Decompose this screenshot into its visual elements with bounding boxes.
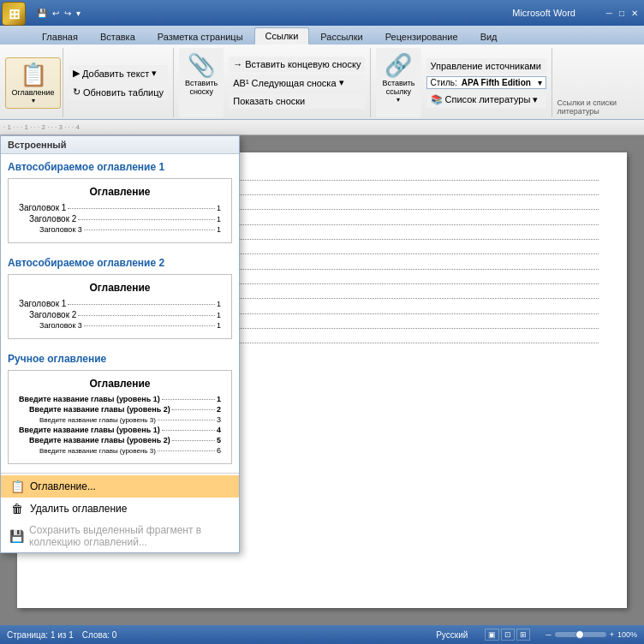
ruler: · 1 · · · 1 · · · 2 · · · 3 · · · 4: [0, 120, 644, 135]
office-button[interactable]: ⊞: [2, 2, 26, 26]
view-buttons: ▣ ⊡ ⊞: [485, 629, 530, 641]
preview2-line3: Заголовок 3 1: [19, 321, 221, 330]
preview2-title: Оглавление: [19, 282, 221, 294]
book-icon: 📚: [431, 94, 443, 105]
tab-view[interactable]: Вид: [469, 28, 509, 45]
menu-item-toc-settings[interactable]: 📋 Оглавление...: [1, 475, 239, 498]
save-toc-icon: 💾: [9, 529, 24, 543]
auto-toc-2-preview: Оглавление Заголовок 1 1 Заголовок 2 1 З…: [8, 274, 232, 339]
zoom-out-icon[interactable]: ─: [546, 630, 551, 639]
bibliography-button[interactable]: 📚 Список литературы ▾: [426, 92, 546, 108]
view-print-button[interactable]: ▣: [485, 629, 499, 641]
dropdown-section-2: Автособираемое оглавление 2 Оглавление З…: [1, 250, 239, 346]
preview3-line1: Введите название главы (уровень 1) 1: [19, 395, 221, 403]
zoom-track[interactable]: [555, 632, 606, 637]
add-text-arrow: ▾: [152, 68, 157, 79]
insert-endnote-button[interactable]: → Вставить концевую сноску: [229, 57, 365, 72]
close-button[interactable]: ✕: [629, 7, 641, 20]
quick-access-save[interactable]: 💾: [34, 7, 50, 20]
next-footnote-button[interactable]: AB¹ Следующая сноска ▾: [229, 75, 365, 91]
endnote-icon: →: [233, 59, 242, 69]
ribbon-group-label: Ссылки и списки литературы: [552, 48, 641, 117]
main-area: 1 Глава 1.1 Параграф 1.2 Параграф 2 Глав…: [0, 135, 644, 625]
quick-access-redo[interactable]: ↪: [62, 7, 74, 20]
manual-toc-preview: Оглавление Введите название главы (урове…: [8, 370, 232, 464]
footnote-icon: 📎: [188, 52, 215, 79]
auto-toc-2-title[interactable]: Автособираемое оглавление 2: [8, 255, 232, 271]
ribbon-group-footnote: 📎 Вставитьсноску → Вставить концевую сно…: [174, 48, 371, 117]
tab-review[interactable]: Рецензирование: [374, 28, 469, 45]
app-window: ⊞ 💾 ↩ ↪ ▾ Microsoft Word ─ □ ✕ Главная В…: [0, 0, 644, 644]
zoom-level: 100%: [617, 630, 637, 639]
preview1-title: Оглавление: [19, 186, 221, 198]
dropdown-section-3: Ручное оглавление Оглавление Введите наз…: [1, 346, 239, 471]
tab-mailings[interactable]: Рассылки: [309, 28, 373, 45]
quick-access-undo[interactable]: ↩: [50, 7, 62, 20]
words-info: Слова: 0: [82, 630, 117, 640]
toc-icon: 📋: [20, 62, 47, 88]
lang-info: Русский: [436, 630, 468, 640]
auto-toc-1-title[interactable]: Автособираемое оглавление 1: [8, 159, 232, 175]
add-text-button[interactable]: ▶ Добавить текст ▾: [69, 65, 168, 81]
add-text-icon: ▶: [73, 68, 80, 79]
ribbon-group-toc: 📋 Оглавление ▾: [3, 48, 63, 117]
minimize-button[interactable]: ─: [604, 7, 615, 20]
update-icon: ↻: [73, 86, 80, 98]
preview3-title: Оглавление: [19, 378, 221, 390]
tab-insert[interactable]: Вставка: [89, 28, 146, 45]
ribbon-group-content-toc: 📋 Оглавление ▾: [5, 48, 60, 117]
preview3-line2: Введите название главы (уровень 2) 2: [19, 405, 221, 414]
insert-footnote-big[interactable]: 📎 Вставитьсноску: [179, 48, 224, 117]
toc-dropdown-arrow: ▾: [32, 97, 35, 104]
status-bar: Страница: 1 из 1 Слова: 0 Русский ▣ ⊡ ⊞ …: [0, 625, 644, 644]
toc-dropdown: Встроенный Автособираемое оглавление 1 О…: [0, 135, 240, 553]
preview1-line2: Заголовок 2 1: [19, 214, 221, 224]
menu-item-delete-toc[interactable]: 🗑 Удалить оглавление: [1, 498, 239, 520]
menu-item-save-toc: 💾 Сохранить выделенный фрагмент в коллек…: [1, 520, 239, 552]
zoom-thumb: [575, 630, 584, 639]
ribbon-group-citations: 🔗 Вставитьссылку ▾ Управление источникам…: [371, 48, 552, 117]
preview3-line4: Введите название главы (уровень 1) 4: [19, 426, 221, 434]
title-bar: ⊞ 💾 ↩ ↪ ▾ Microsoft Word ─ □ ✕: [0, 0, 644, 26]
toc-label: Оглавление: [11, 88, 54, 97]
toc-button[interactable]: 📋 Оглавление ▾: [5, 57, 60, 109]
ribbon-tabs: Главная Вставка Разметка страницы Ссылки…: [0, 26, 644, 45]
dropdown-header: Встроенный: [1, 136, 239, 154]
ribbon-group-addtext: ▶ Добавить текст ▾ ↻ Обновить таблицу: [63, 48, 174, 117]
next-arrow: ▾: [339, 77, 344, 88]
preview1-line1: Заголовок 1 1: [19, 203, 221, 212]
zoom-slider[interactable]: ─ + 100%: [546, 630, 637, 639]
manage-sources-button[interactable]: Управление источниками: [426, 58, 546, 74]
view-fullscreen-button[interactable]: ⊡: [501, 629, 515, 641]
dropdown-section-1: Автособираемое оглавление 1 Оглавление З…: [1, 154, 239, 250]
update-table-button[interactable]: ↻ Обновить таблицу: [69, 84, 168, 100]
delete-toc-icon: 🗑: [9, 502, 25, 516]
preview3-line5: Введите название главы (уровень 2) 5: [19, 436, 221, 444]
style-box[interactable]: Стиль: APA Fifth Edition ▾: [426, 76, 546, 89]
maximize-button[interactable]: □: [617, 7, 627, 20]
page-info: Страница: 1 из 1: [7, 630, 74, 640]
window-title: Microsoft Word: [512, 8, 575, 18]
ab-icon: AB¹: [233, 78, 248, 88]
preview3-line3: Введите название главы (уровень 3) 3: [19, 415, 221, 424]
citation-icon: 🔗: [385, 52, 412, 79]
tab-home[interactable]: Главная: [31, 28, 89, 45]
ribbon: 📋 Оглавление ▾ ▶ Добавить текст ▾ ↻ Обно…: [0, 45, 644, 120]
toc-settings-icon: 📋: [9, 480, 25, 493]
quick-access-customize[interactable]: ▾: [74, 7, 83, 20]
preview3-line6: Введите название главы (уровень 3) 6: [19, 446, 221, 455]
citation-small-buttons: Управление источниками Стиль: APA Fifth …: [426, 48, 546, 117]
preview2-line1: Заголовок 1 1: [19, 299, 221, 308]
show-footnotes-button[interactable]: Показать сноски: [229, 93, 365, 109]
tab-references[interactable]: Ссылки: [254, 27, 310, 45]
auto-toc-1-preview: Оглавление Заголовок 1 1 Заголовок 2 1 З…: [8, 178, 232, 243]
zoom-in-icon[interactable]: +: [610, 630, 614, 639]
footnote-small-buttons: → Вставить концевую сноску AB¹ Следующая…: [229, 48, 365, 117]
insert-citation-big[interactable]: 🔗 Вставитьссылку ▾: [376, 48, 420, 117]
tab-page-layout[interactable]: Разметка страницы: [146, 28, 254, 45]
dropdown-divider-1: [1, 473, 239, 474]
preview1-line3: Заголовок 3 1: [19, 225, 221, 234]
view-web-button[interactable]: ⊞: [516, 629, 530, 641]
manual-toc-title[interactable]: Ручное оглавление: [8, 351, 232, 367]
preview2-line2: Заголовок 2 1: [19, 310, 221, 319]
